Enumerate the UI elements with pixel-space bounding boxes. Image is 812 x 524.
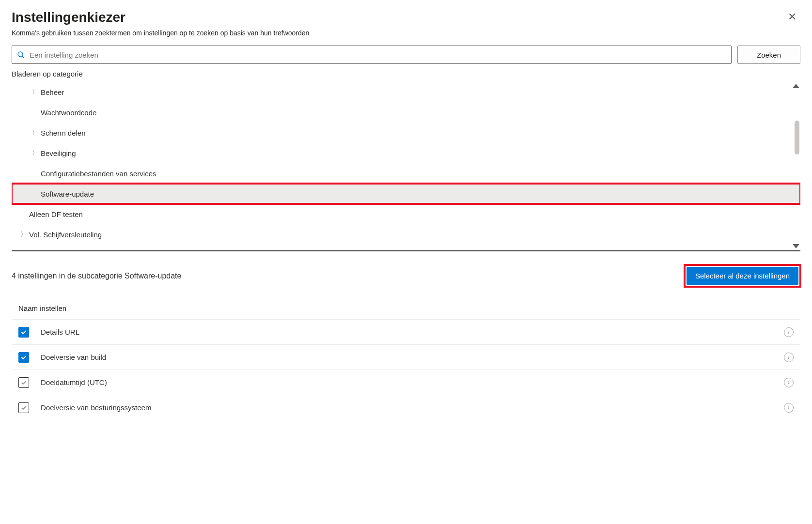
search-box[interactable]: [12, 46, 732, 64]
info-icon[interactable]: i: [784, 403, 794, 413]
setting-label: Doelversie van build: [41, 353, 784, 361]
scroll-thumb[interactable]: [795, 121, 799, 154]
setting-row: Details URLi: [12, 319, 800, 344]
setting-checkbox[interactable]: [18, 402, 29, 413]
browse-label: Bladeren op categorie: [12, 70, 800, 78]
setting-checkbox[interactable]: [18, 352, 29, 363]
category-item[interactable]: 〉Scherm delen: [12, 123, 800, 143]
category-label: Scherm delen: [41, 129, 86, 137]
chevron-right-icon: 〉: [29, 88, 41, 96]
search-input[interactable]: [29, 50, 726, 60]
svg-line-1: [22, 56, 24, 58]
scrollbar[interactable]: [792, 82, 800, 250]
category-label: Software-update: [41, 190, 94, 198]
setting-row: Doelversie van besturingssysteemi: [12, 395, 800, 420]
category-item[interactable]: Software-update: [12, 184, 800, 204]
setting-label: Details URL: [41, 328, 784, 336]
close-button[interactable]: ✕: [784, 10, 800, 24]
search-button[interactable]: Zoeken: [737, 46, 800, 64]
category-label: Configuratiebestanden van services: [41, 170, 156, 178]
setting-label: Doeldatumtijd (UTC): [41, 378, 784, 386]
category-item[interactable]: 〉Beheer: [12, 82, 800, 102]
info-icon[interactable]: i: [784, 327, 794, 337]
page-title: Instellingenkiezer: [12, 10, 309, 25]
category-item[interactable]: Wachtwoordcode: [12, 102, 800, 123]
category-item[interactable]: Configuratiebestanden van services: [12, 163, 800, 184]
setting-checkbox[interactable]: [18, 377, 29, 388]
chevron-right-icon: 〉: [29, 149, 41, 157]
category-label: Beveiliging: [41, 149, 76, 157]
select-all-highlight: Selecteer al deze instellingen: [685, 265, 800, 287]
chevron-right-icon: 〉: [17, 230, 29, 239]
info-icon[interactable]: i: [784, 353, 794, 362]
scroll-up-icon[interactable]: [793, 84, 799, 88]
category-list: 〉BeheerWachtwoordcode〉Scherm delen〉Bevei…: [12, 82, 800, 251]
svg-point-0: [18, 52, 23, 57]
settings-column-header: Naam instellen: [12, 300, 800, 319]
results-summary: 4 instellingen in de subcategorie Softwa…: [12, 272, 181, 280]
category-item[interactable]: 〉Beveiliging: [12, 143, 800, 163]
setting-checkbox[interactable]: [18, 327, 29, 338]
category-label: Wachtwoordcode: [41, 108, 96, 117]
chevron-right-icon: 〉: [29, 128, 41, 137]
category-item[interactable]: 〉Vol. Schijfversleuteling: [12, 224, 800, 245]
select-all-button[interactable]: Selecteer al deze instellingen: [687, 267, 798, 285]
setting-row: Doelversie van buildi: [12, 344, 800, 370]
setting-row: Doeldatumtijd (UTC)i: [12, 370, 800, 395]
category-item[interactable]: Alleen DF testen: [12, 204, 800, 224]
close-icon: ✕: [788, 11, 796, 23]
category-label: Vol. Schijfversleuteling: [29, 231, 102, 239]
category-label: Beheer: [41, 88, 64, 96]
page-subtitle: Komma's gebruiken tussen zoektermen om i…: [12, 29, 309, 37]
info-icon[interactable]: i: [784, 378, 794, 387]
scroll-down-icon[interactable]: [793, 244, 799, 248]
search-icon: [17, 51, 25, 59]
setting-label: Doelversie van besturingssysteem: [41, 403, 784, 412]
category-label: Alleen DF testen: [29, 210, 83, 218]
